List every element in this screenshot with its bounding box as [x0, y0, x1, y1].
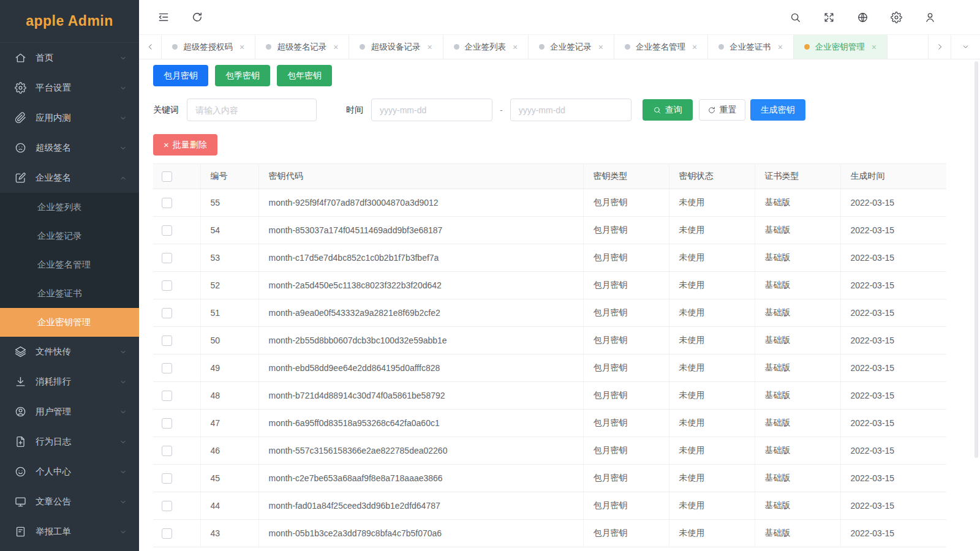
tabs-dropdown-button[interactable]: [951, 35, 980, 59]
row-checkbox[interactable]: [162, 225, 172, 236]
cell-key-code: month-925f9f4f707ad87df30004870a3d9012: [258, 189, 583, 217]
row-checkbox[interactable]: [162, 335, 172, 346]
tab-close-icon[interactable]: ×: [598, 42, 603, 52]
chevron-down-icon: [119, 84, 127, 92]
tab-label: 企业密钥管理: [815, 42, 865, 53]
sidebar-item-7[interactable]: 用户管理: [0, 397, 139, 427]
settings-icon[interactable]: [891, 12, 902, 23]
sidebar-item-8[interactable]: 行为日志: [0, 427, 139, 457]
date-to-input[interactable]: [510, 99, 631, 121]
table-row: 46month-557c3156158366e2ae822785dea02260…: [153, 437, 946, 465]
row-checkbox[interactable]: [162, 528, 172, 539]
batch-delete-button[interactable]: × 批量删除: [153, 134, 217, 156]
tab-label: 企业签列表: [465, 42, 507, 53]
sidebar-item-3[interactable]: 超级签名: [0, 133, 139, 163]
row-checkbox[interactable]: [162, 253, 172, 263]
sidebar-item-11[interactable]: 举报工单: [0, 517, 139, 547]
sidebar-subitem-2[interactable]: 企业签名管理: [0, 250, 139, 279]
tab-7-active[interactable]: 企业密钥管理×: [794, 35, 888, 59]
cell-key-code: month-fad01a84f25ceed3dd96b1e2dfd64787: [258, 492, 583, 520]
sidebar-item-5[interactable]: 文件快传: [0, 337, 139, 367]
cell-key-code: month-2a5d450e5c1138c8023f322b3f20d642: [258, 272, 583, 299]
tab-close-icon[interactable]: ×: [333, 42, 338, 52]
user-icon[interactable]: [924, 12, 936, 23]
button-label: 包季密钥: [225, 70, 260, 81]
refresh-icon[interactable]: [191, 11, 203, 23]
sidebar-item-0[interactable]: 首页: [0, 43, 139, 73]
row-checkbox[interactable]: [162, 280, 172, 291]
tab-close-icon[interactable]: ×: [872, 42, 876, 52]
row-checkbox[interactable]: [162, 446, 172, 456]
generate-key-button[interactable]: 生成密钥: [750, 99, 805, 121]
sidebar-item-2[interactable]: 应用内测: [0, 103, 139, 133]
key-type-button-2[interactable]: 包年密钥: [277, 65, 332, 86]
chevron-down-icon: [119, 84, 127, 92]
key-type-button-1[interactable]: 包季密钥: [215, 65, 270, 86]
tab-3[interactable]: 企业签列表×: [443, 35, 529, 59]
fullscreen-icon[interactable]: [823, 12, 835, 23]
sidebar-item-9[interactable]: 个人中心: [0, 457, 139, 487]
sidebar-subitem-3[interactable]: 企业签证书: [0, 279, 139, 308]
date-from-input[interactable]: [371, 99, 492, 121]
cell-key-code: month-557c3156158366e2ae822785dea02260: [258, 437, 583, 465]
key-type-buttons: 包月密钥包季密钥包年密钥: [153, 65, 980, 86]
cell-key-type: 包月密钥: [583, 492, 669, 520]
sidebar-item-label: 文件快传: [36, 346, 71, 358]
cell-key-code: month-05b1b3ce2a3dd789c8bfa4c7b5f070a6: [258, 520, 583, 547]
journal-icon: [15, 526, 26, 538]
tab-close-icon[interactable]: ×: [513, 42, 518, 52]
keyword-input[interactable]: [187, 99, 317, 121]
cell-key-code: month-2b55d8bb0607dcb3bc100d32e59abb1e: [258, 327, 583, 354]
query-button[interactable]: 查询: [643, 99, 693, 121]
row-checkbox[interactable]: [162, 501, 172, 511]
cell-cert-type: 基础版: [755, 465, 840, 492]
topbar: [139, 0, 980, 35]
tab-close-icon[interactable]: ×: [778, 42, 783, 52]
row-checkbox[interactable]: [162, 473, 172, 484]
tab-close-icon[interactable]: ×: [692, 42, 697, 52]
sidebar-item-6[interactable]: 消耗排行: [0, 367, 139, 397]
menu-fold-icon[interactable]: [157, 11, 170, 23]
main-area: 超级签授权码×超级签名记录×超级设备记录×企业签列表×企业签记录×企业签名管理×…: [139, 0, 980, 551]
cell-key-type: 包月密钥: [583, 465, 669, 492]
sidebar-subitem-0[interactable]: 企业签列表: [0, 193, 139, 222]
chevron-down-icon: [119, 144, 127, 152]
tab-close-icon[interactable]: ×: [427, 42, 432, 52]
key-type-button-0[interactable]: 包月密钥: [153, 65, 208, 86]
row-checkbox[interactable]: [162, 418, 172, 429]
reset-button[interactable]: 重置: [699, 99, 745, 121]
sidebar-subitem-4-active[interactable]: 企业密钥管理: [0, 308, 139, 337]
tabs-scroll-right-button[interactable]: [928, 35, 951, 59]
row-checkbox[interactable]: [162, 391, 172, 401]
row-checkbox[interactable]: [162, 198, 172, 208]
globe-icon[interactable]: [857, 12, 869, 23]
tab-close-icon[interactable]: ×: [239, 42, 244, 52]
cell-cert-type: 基础版: [755, 299, 840, 327]
cell-key-code: month-b721d4d88914c30d74f0a5861be58792: [258, 382, 583, 410]
tab-2[interactable]: 超级设备记录×: [349, 35, 443, 59]
tabs-scroll-left-button[interactable]: [139, 35, 162, 59]
cell-key-status: 未使用: [669, 382, 755, 410]
row-checkbox[interactable]: [162, 308, 172, 318]
tab-6[interactable]: 企业签证书×: [708, 35, 794, 59]
tab-1[interactable]: 超级签名记录×: [255, 35, 349, 59]
vertical-scrollbar[interactable]: [974, 61, 978, 458]
table-row: 54month-853037a174f04511469add9bf3e68187…: [153, 217, 946, 244]
sidebar-subitem-1[interactable]: 企业签记录: [0, 222, 139, 250]
tab-4[interactable]: 企业签记录×: [529, 35, 614, 59]
tab-5[interactable]: 企业签名管理×: [614, 35, 708, 59]
table-row: 51month-a9ea0e0f543332a9a2821e8f69b2cfe2…: [153, 299, 946, 327]
table-row: 45month-c2e7be653a68aaf9f8e8a718aaae3866…: [153, 465, 946, 492]
sidebar-item-label: 用户管理: [36, 406, 71, 418]
cell-created: 2022-03-15: [840, 465, 946, 492]
sidebar-item-4[interactable]: 企业签名: [0, 163, 139, 193]
select-all-checkbox[interactable]: [162, 171, 172, 182]
sidebar-item-10[interactable]: 文章公告: [0, 487, 139, 517]
chevron-down-icon: [119, 378, 127, 386]
search-icon[interactable]: [790, 12, 801, 23]
sidebar-item-1[interactable]: 平台设置: [0, 73, 139, 103]
refresh-icon: [707, 106, 716, 114]
tab-0[interactable]: 超级签授权码×: [162, 35, 255, 59]
sidebar: apple Admin 首页平台设置应用内测超级签名企业签名企业签列表企业签记录…: [0, 0, 139, 551]
row-checkbox[interactable]: [162, 363, 172, 373]
